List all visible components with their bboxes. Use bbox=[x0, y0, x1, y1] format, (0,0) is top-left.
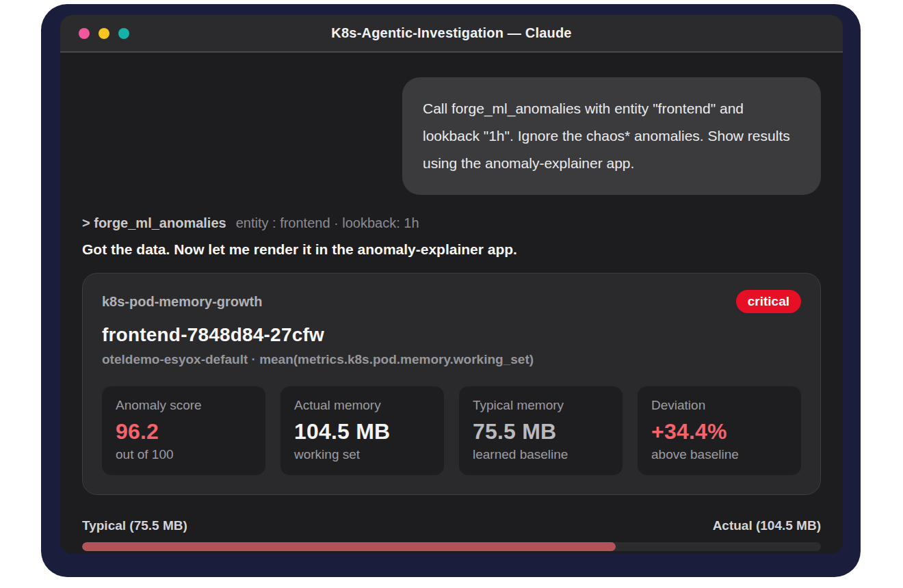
comparison-bar-labels: Typical (75.5 MB) Actual (104.5 MB) bbox=[82, 518, 821, 533]
tool-call-line: > forge_ml_anomaliesentity : frontend · … bbox=[82, 215, 821, 231]
tool-call-args: entity : frontend · lookback: 1h bbox=[236, 215, 419, 230]
stat-sublabel: out of 100 bbox=[116, 447, 252, 462]
zoom-button[interactable] bbox=[118, 28, 129, 39]
chat-content: Call forge_ml_anomalies with entity "fro… bbox=[60, 53, 843, 554]
stat-typical-memory: Typical memory 75.5 MB learned baseline bbox=[459, 386, 623, 475]
window-glow-frame: K8s-Agentic-Investigation — Claude Call … bbox=[41, 4, 861, 577]
stat-label: Actual memory bbox=[294, 398, 430, 413]
stat-value: 75.5 MB bbox=[473, 419, 609, 444]
metric-scope: oteldemo-esyox-default · mean(metrics.k8… bbox=[102, 352, 801, 367]
assistant-message: Got the data. Now let me render it in th… bbox=[82, 241, 821, 258]
anomaly-card: k8s-pod-memory-growth critical frontend-… bbox=[82, 273, 821, 495]
tool-call-name: > forge_ml_anomalies bbox=[82, 215, 226, 230]
stat-value: 96.2 bbox=[116, 419, 252, 444]
comparison-bar-track bbox=[82, 542, 821, 551]
pod-name: frontend-7848d84-27cfw bbox=[102, 324, 801, 346]
stat-sublabel: working set bbox=[294, 447, 430, 462]
detector-name: k8s-pod-memory-growth bbox=[102, 294, 262, 310]
typical-label: Typical (75.5 MB) bbox=[82, 518, 187, 533]
window-controls bbox=[79, 15, 129, 51]
comparison-bar-fill bbox=[82, 542, 616, 551]
app-window: K8s-Agentic-Investigation — Claude Call … bbox=[60, 15, 843, 554]
minimize-button[interactable] bbox=[99, 28, 109, 39]
stat-actual-memory: Actual memory 104.5 MB working set bbox=[280, 386, 444, 475]
window-title: K8s-Agentic-Investigation — Claude bbox=[331, 25, 571, 41]
actual-label: Actual (104.5 MB) bbox=[713, 518, 821, 533]
title-bar: K8s-Agentic-Investigation — Claude bbox=[60, 15, 843, 53]
anomaly-card-header: k8s-pod-memory-growth critical bbox=[102, 290, 801, 313]
stat-anomaly-score: Anomaly score 96.2 out of 100 bbox=[102, 386, 265, 475]
stat-value: 104.5 MB bbox=[294, 419, 430, 444]
stat-deviation: Deviation +34.4% above baseline bbox=[638, 386, 801, 475]
user-message-bubble: Call forge_ml_anomalies with entity "fro… bbox=[402, 77, 821, 195]
stats-grid: Anomaly score 96.2 out of 100 Actual mem… bbox=[102, 386, 801, 475]
stat-label: Deviation bbox=[651, 398, 787, 413]
stat-label: Anomaly score bbox=[116, 398, 252, 413]
close-button[interactable] bbox=[79, 28, 90, 39]
severity-badge: critical bbox=[736, 290, 801, 313]
stat-sublabel: above baseline bbox=[651, 447, 787, 462]
stat-label: Typical memory bbox=[473, 398, 609, 413]
stat-value: +34.4% bbox=[651, 419, 787, 444]
stat-sublabel: learned baseline bbox=[473, 447, 609, 462]
